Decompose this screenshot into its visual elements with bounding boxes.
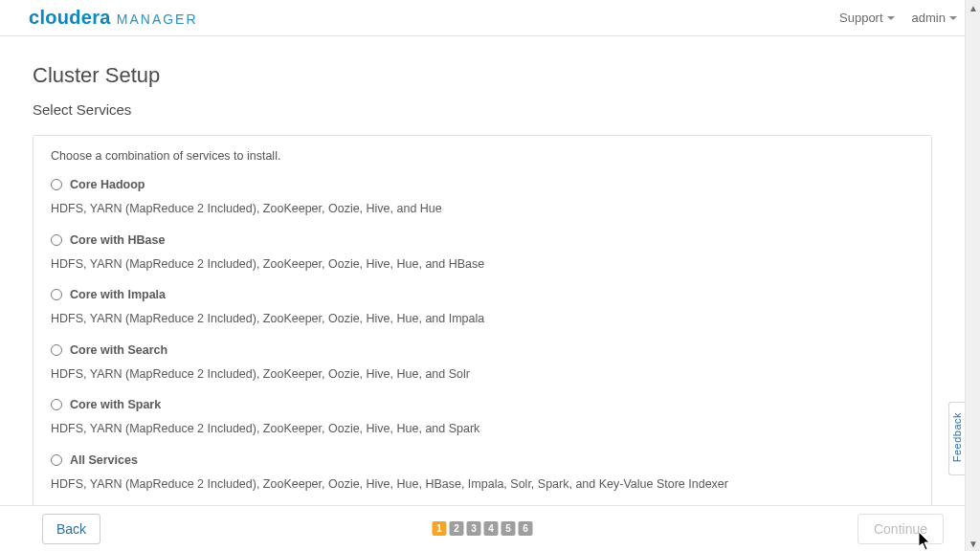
radio-core-hadoop[interactable] [51, 179, 62, 190]
brand-primary-text: cloudera [29, 7, 111, 29]
service-option-core-impala[interactable]: Core with Impala [51, 288, 914, 301]
brand-logo[interactable]: cloudera MANAGER [29, 7, 198, 29]
option-desc: HDFS, YARN (MapReduce 2 Included), ZooKe… [51, 476, 914, 494]
pager-step-2[interactable]: 2 [450, 521, 464, 536]
option-label: Core with Impala [70, 288, 166, 301]
option-desc: HDFS, YARN (MapReduce 2 Included), ZooKe… [51, 366, 914, 384]
header-nav: Support admin [839, 11, 957, 25]
page-body: Cluster Setup Select Services Choose a c… [0, 36, 965, 505]
pager-step-1[interactable]: 1 [433, 521, 447, 536]
pager-step-3[interactable]: 3 [467, 521, 481, 536]
caret-down-icon [887, 16, 895, 20]
service-option-all-services[interactable]: All Services [51, 453, 914, 467]
option-desc: HDFS, YARN (MapReduce 2 Included), ZooKe… [51, 201, 914, 218]
continue-button[interactable]: Continue [858, 514, 944, 544]
caret-down-icon [949, 16, 957, 20]
admin-menu[interactable]: admin [912, 11, 957, 25]
option-label: All Services [70, 453, 138, 467]
option-desc: HDFS, YARN (MapReduce 2 Included), ZooKe… [51, 421, 914, 438]
pager-step-6[interactable]: 6 [519, 521, 533, 536]
services-panel: Choose a combination of services to inst… [33, 135, 932, 505]
back-button[interactable]: Back [42, 514, 100, 544]
radio-core-spark[interactable] [51, 399, 62, 410]
radio-core-hbase[interactable] [51, 234, 62, 246]
feedback-label: Feedback [951, 412, 963, 462]
wizard-footer: Back 1 2 3 4 5 6 Continue [0, 505, 965, 551]
option-label: Core Hadoop [70, 178, 145, 191]
radio-core-impala[interactable] [51, 289, 62, 300]
page-subtitle: Select Services [33, 101, 932, 118]
page-title: Cluster Setup [33, 63, 932, 88]
support-menu[interactable]: Support [839, 11, 895, 25]
brand-secondary-text: MANAGER [117, 11, 198, 27]
feedback-tab[interactable]: Feedback [948, 402, 965, 475]
service-option-core-hbase[interactable]: Core with HBase [51, 233, 914, 247]
pager-step-4[interactable]: 4 [484, 521, 499, 536]
wizard-pager: 1 2 3 4 5 6 [433, 521, 533, 536]
option-desc: HDFS, YARN (MapReduce 2 Included), ZooKe… [51, 311, 914, 328]
app-header: cloudera MANAGER Support admin [0, 0, 980, 36]
panel-instruction: Choose a combination of services to inst… [51, 149, 914, 163]
option-label: Core with Spark [70, 398, 161, 411]
service-option-core-spark[interactable]: Core with Spark [51, 398, 914, 411]
radio-all-services[interactable] [51, 454, 62, 466]
service-option-core-search[interactable]: Core with Search [51, 343, 914, 357]
option-label: Core with Search [70, 343, 167, 357]
option-label: Core with HBase [70, 233, 165, 247]
scroll-down-icon[interactable]: ▼ [966, 536, 980, 551]
service-option-core-hadoop[interactable]: Core Hadoop [51, 178, 914, 191]
support-label: Support [839, 11, 883, 25]
radio-core-search[interactable] [51, 344, 62, 356]
admin-label: admin [912, 11, 946, 25]
scroll-up-icon[interactable]: ▲ [966, 0, 980, 15]
option-desc: HDFS, YARN (MapReduce 2 Included), ZooKe… [51, 256, 914, 274]
pager-step-5[interactable]: 5 [501, 521, 516, 536]
window-scrollbar[interactable]: ▲ ▼ [965, 0, 980, 551]
